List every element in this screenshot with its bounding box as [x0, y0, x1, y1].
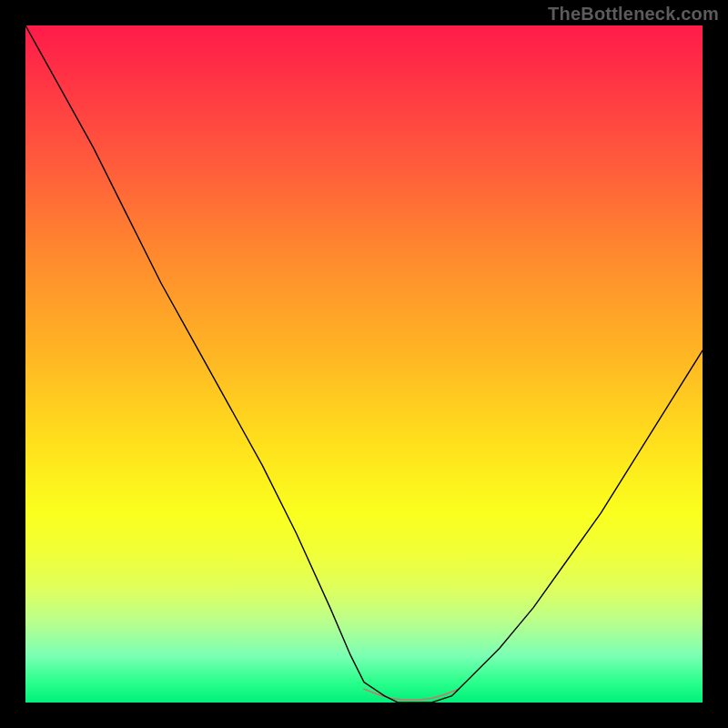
- bottleneck-curve: [25, 25, 703, 703]
- chart-frame: TheBottleneck.com: [0, 0, 728, 728]
- plot-area: [25, 25, 703, 703]
- watermark-text: TheBottleneck.com: [548, 4, 719, 25]
- curve-layer: [25, 25, 703, 703]
